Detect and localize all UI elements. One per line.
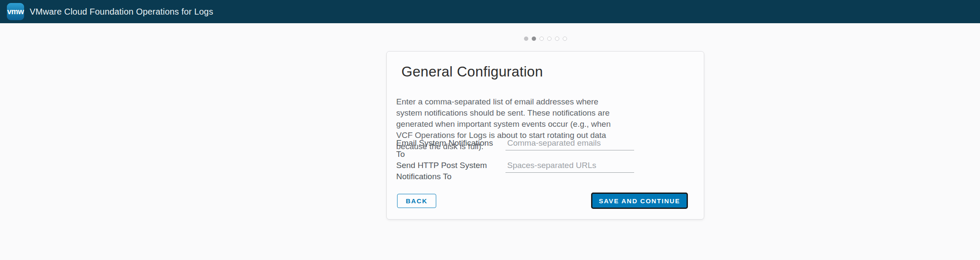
vmware-logo-text: vmw	[7, 7, 24, 16]
wizard-step-dot-upcoming	[555, 37, 559, 41]
wizard-step-dot-current	[532, 37, 536, 41]
save-and-continue-button[interactable]: SAVE AND CONTINUE	[591, 193, 688, 209]
wizard-step-dot-upcoming	[547, 37, 552, 41]
page-title: General Configuration	[401, 63, 543, 80]
back-button[interactable]: BACK	[397, 194, 436, 208]
email-notifications-label: Email System Notifications To	[396, 138, 496, 160]
general-configuration-card: General Configuration Enter a comma-sepa…	[386, 51, 704, 220]
http-post-notifications-label: Send HTTP Post System Notifications To	[396, 160, 496, 182]
email-notifications-row: Email System Notifications To	[396, 138, 634, 160]
wizard-step-dot-complete	[524, 37, 528, 41]
http-post-notifications-row: Send HTTP Post System Notifications To	[396, 160, 634, 182]
email-notifications-input[interactable]	[505, 138, 634, 150]
app-header: vmw VMware Cloud Foundation Operations f…	[0, 0, 980, 23]
wizard-step-dot-upcoming	[563, 37, 567, 41]
app-title: VMware Cloud Foundation Operations for L…	[30, 7, 213, 17]
http-post-notifications-input[interactable]	[505, 160, 634, 173]
wizard-step-dot-upcoming	[539, 37, 544, 41]
vmware-logo-icon: vmw	[7, 3, 24, 20]
wizard-progress-dots	[386, 36, 704, 41]
